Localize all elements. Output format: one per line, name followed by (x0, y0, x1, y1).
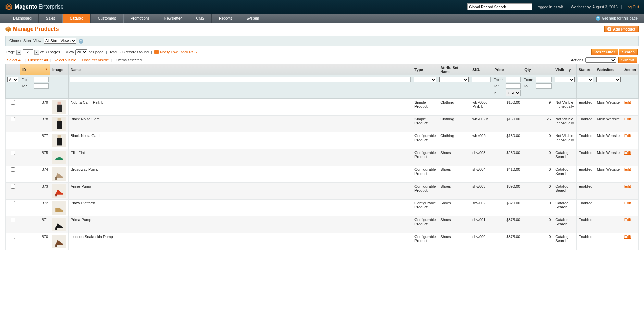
edit-link[interactable]: Edit (624, 151, 631, 155)
col-qty[interactable]: Qty (522, 64, 553, 75)
filter-name[interactable] (70, 77, 411, 82)
product-thumb (52, 201, 66, 215)
col-visibility[interactable]: Visibility (553, 64, 576, 75)
filter-visibility[interactable] (555, 77, 574, 82)
nav-item-newsletter[interactable]: Newsletter (157, 14, 189, 23)
table-row[interactable]: 871Prima PumpConfigurable ProductShoessh… (6, 216, 639, 233)
unselect-all-link[interactable]: Unselect All (28, 58, 48, 62)
cell-status: Enabled (576, 99, 595, 116)
edit-link[interactable]: Edit (624, 235, 631, 239)
page-title: Manage Products (5, 26, 59, 32)
prev-page-arrow[interactable]: ◂ (16, 50, 21, 55)
row-checkbox[interactable] (11, 134, 15, 138)
filter-price-to[interactable] (506, 83, 521, 89)
mass-action-select[interactable] (585, 57, 616, 63)
row-checkbox[interactable] (11, 100, 15, 105)
global-search-input[interactable] (467, 3, 532, 10)
search-button[interactable]: Search (619, 49, 638, 55)
edit-link[interactable]: Edit (624, 184, 631, 188)
nav-item-reports[interactable]: Reports (212, 14, 239, 23)
logout-link[interactable]: Log Out (626, 5, 639, 9)
col-attrib-set[interactable]: Attrib. Set Name (438, 64, 470, 75)
svg-rect-9 (55, 245, 57, 247)
filter-price-from[interactable] (506, 77, 521, 82)
help-link[interactable]: ? Get help for this page (596, 16, 638, 21)
row-checkbox[interactable] (11, 151, 15, 155)
cell-type: Configurable Product (412, 166, 438, 183)
table-row[interactable]: 879NoLIta Cami-Pink-LSimple ProductCloth… (6, 99, 639, 116)
cell-status: Enabled (576, 166, 595, 183)
row-checkbox[interactable] (11, 117, 15, 121)
svg-rect-7 (55, 194, 57, 196)
next-page-arrow[interactable]: ▸ (34, 50, 39, 55)
cell-sku: shw000 (470, 233, 492, 250)
nav-item-promotions[interactable]: Promotions (123, 14, 157, 23)
nav-item-system[interactable]: System (239, 14, 266, 23)
storeview-label: Choose Store View: (9, 39, 42, 43)
select-all-link[interactable]: Select All (7, 58, 22, 62)
edit-link[interactable]: Edit (624, 100, 631, 104)
row-checkbox[interactable] (11, 201, 15, 205)
filter-sku[interactable] (472, 77, 491, 82)
filter-price-currency[interactable]: USD (506, 90, 521, 96)
edit-link[interactable]: Edit (624, 167, 631, 171)
cell-websites: Main Website (595, 132, 622, 149)
cell-name: Black Nolita Cami (69, 116, 412, 132)
table-row[interactable]: 872Plaza PlatformConfigurable ProductSho… (6, 200, 639, 216)
table-row[interactable]: 875Ellis FlatConfigurable ProductShoessh… (6, 149, 639, 166)
col-checkbox[interactable] (6, 64, 20, 75)
nav-item-customers[interactable]: Customers (91, 14, 123, 23)
filter-websites[interactable] (596, 77, 621, 82)
col-sku[interactable]: SKU (470, 64, 492, 75)
filter-attrib-set[interactable] (439, 77, 469, 82)
cell-price: $320.00 (492, 200, 522, 216)
row-checkbox[interactable] (11, 218, 15, 222)
table-row[interactable]: 877Black Nolita CamiConfigurable Product… (6, 132, 639, 149)
top-header: Magento Enterprise Logged in as wit | We… (0, 0, 644, 14)
row-checkbox[interactable] (11, 167, 15, 172)
filter-qty-from[interactable] (536, 77, 552, 82)
row-checkbox[interactable] (11, 184, 15, 189)
sort-desc-icon: ▼ (45, 68, 48, 71)
nav-item-cms[interactable]: CMS (189, 14, 212, 23)
storeview-select[interactable]: All Store Views (44, 38, 76, 44)
col-type[interactable]: Type (412, 64, 438, 75)
col-status[interactable]: Status (576, 64, 595, 75)
unselect-visible-link[interactable]: Unselect Visible (82, 58, 109, 62)
edit-link[interactable]: Edit (624, 117, 631, 121)
filter-type[interactable] (414, 77, 436, 82)
filter-id-from[interactable] (34, 77, 49, 82)
add-product-button[interactable]: + Add Product (604, 26, 639, 32)
nav-item-dashboard[interactable]: Dashboard (6, 14, 39, 23)
table-row[interactable]: 870Hudson Snakeskin PumpConfigurable Pro… (6, 233, 639, 250)
page-title-row: Manage Products + Add Product (5, 26, 639, 32)
col-price[interactable]: Price (492, 64, 522, 75)
notify-rss-link[interactable]: Notify Low Stock RSS (160, 50, 197, 54)
table-row[interactable]: 873Annie PumpConfigurable ProductShoessh… (6, 183, 639, 200)
filter-qty-to[interactable] (536, 83, 552, 89)
submit-massaction-button[interactable]: Submit (618, 57, 637, 63)
nav-item-catalog[interactable]: Catalog (62, 14, 90, 23)
edit-link[interactable]: Edit (624, 201, 631, 205)
reset-filter-button[interactable]: Reset Filter (591, 49, 618, 55)
col-name[interactable]: Name (69, 64, 412, 75)
per-page-select[interactable]: 20 (75, 49, 87, 55)
table-row[interactable]: 878Black Nolita CamiSimple ProductClothi… (6, 116, 639, 132)
filter-any-select[interactable]: Any (7, 77, 18, 82)
edit-link[interactable]: Edit (624, 134, 631, 138)
col-websites[interactable]: Websites (595, 64, 622, 75)
col-id[interactable]: ID▼ (20, 64, 50, 75)
filter-id-to[interactable] (34, 83, 49, 89)
cell-attrib-set: Shoes (438, 216, 470, 233)
info-icon[interactable]: ? (79, 39, 83, 44)
cell-id: 872 (20, 200, 50, 216)
filter-status[interactable] (578, 77, 593, 82)
page-number-input[interactable] (23, 49, 33, 55)
edit-link[interactable]: Edit (624, 218, 631, 222)
col-image[interactable]: Image (50, 64, 69, 75)
select-visible-link[interactable]: Select Visible (54, 58, 76, 62)
nav-item-sales[interactable]: Sales (39, 14, 63, 23)
cell-qty: 0 (522, 216, 553, 233)
table-row[interactable]: 874Broadway PumpConfigurable ProductShoe… (6, 166, 639, 183)
row-checkbox[interactable] (11, 235, 15, 239)
